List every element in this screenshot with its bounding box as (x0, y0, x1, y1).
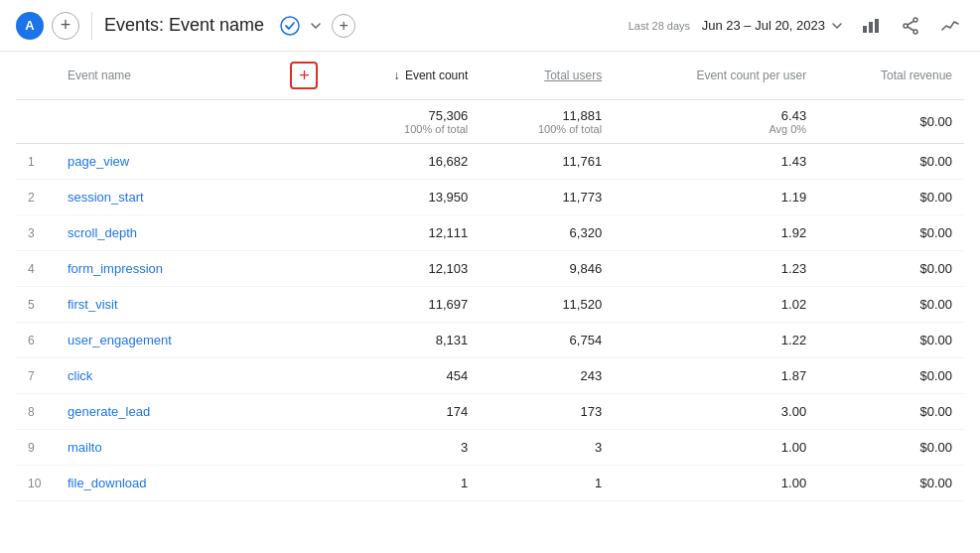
row-revenue: $0.00 (818, 215, 964, 251)
row-event-name[interactable]: file_download (56, 466, 251, 501)
event-name-link[interactable]: form_impression (68, 261, 163, 276)
table-row: 2session_start13,95011,7731.19$0.00 (16, 180, 964, 215)
event-name-header: Event name (56, 52, 251, 100)
table-row: 1page_view16,68211,7611.43$0.00 (16, 144, 964, 180)
event-name-link[interactable]: file_download (68, 476, 147, 490)
row-add-col (251, 466, 330, 501)
share-icon-button[interactable] (897, 12, 924, 40)
event-name-link[interactable]: session_start (68, 190, 144, 205)
row-event-name[interactable]: first_visit (56, 287, 251, 323)
row-epu: 1.23 (614, 251, 818, 287)
row-total-users: 9,846 (480, 251, 614, 287)
add-tab-button[interactable]: + (52, 12, 79, 40)
event-name-link[interactable]: mailto (68, 440, 102, 455)
title-dropdown-button[interactable] (304, 14, 328, 38)
row-total-users: 11,761 (480, 144, 614, 180)
row-event-name[interactable]: user_engagement (56, 323, 251, 358)
page-title: Events: Event name (104, 15, 264, 36)
row-rank: 10 (16, 466, 56, 501)
totals-total-users-cell: 11,881 100% of total (480, 100, 614, 144)
table-row: 3scroll_depth12,1116,3201.92$0.00 (16, 215, 964, 251)
row-event-count: 13,950 (330, 180, 480, 215)
row-event-name[interactable]: scroll_depth (56, 215, 251, 251)
event-name-link[interactable]: generate_lead (68, 404, 150, 419)
event-name-link[interactable]: click (68, 368, 92, 383)
row-event-count: 12,103 (330, 251, 480, 287)
row-epu: 1.19 (614, 180, 818, 215)
svg-rect-2 (869, 22, 873, 33)
row-event-count: 12,111 (330, 215, 480, 251)
topbar-actions: Last 28 days Jun 23 – Jul 20, 2023 (629, 12, 964, 40)
row-rank: 6 (16, 323, 56, 358)
totals-name-cell (56, 100, 251, 144)
date-range-label: Last 28 days (629, 20, 690, 32)
row-total-users: 6,320 (480, 215, 614, 251)
row-total-users: 11,773 (480, 180, 614, 215)
row-event-name[interactable]: mailto (56, 430, 251, 466)
table-row: 8generate_lead1741733.00$0.00 (16, 394, 964, 430)
totals-epu-cell: 6.43 Avg 0% (614, 100, 818, 144)
row-rank: 7 (16, 358, 56, 394)
sort-arrow-icon: ↓ (394, 69, 403, 82)
row-total-users: 3 (480, 430, 614, 466)
row-event-count: 1 (330, 466, 480, 501)
row-add-col (251, 287, 330, 323)
row-epu: 1.02 (614, 287, 818, 323)
row-event-count: 174 (330, 394, 480, 430)
row-event-count: 454 (330, 358, 480, 394)
row-revenue: $0.00 (818, 430, 964, 466)
row-event-count: 8,131 (330, 323, 480, 358)
row-epu: 1.87 (614, 358, 818, 394)
row-revenue: $0.00 (818, 358, 964, 394)
row-revenue: $0.00 (818, 466, 964, 501)
event-name-link[interactable]: scroll_depth (68, 225, 137, 240)
row-revenue: $0.00 (818, 394, 964, 430)
row-add-col (251, 251, 330, 287)
row-event-count: 11,697 (330, 287, 480, 323)
table-row: 6user_engagement8,1316,7541.22$0.00 (16, 323, 964, 358)
row-epu: 1.92 (614, 215, 818, 251)
svg-line-8 (908, 27, 913, 31)
row-add-col (251, 358, 330, 394)
totals-add-cell (251, 100, 330, 144)
row-event-count: 16,682 (330, 144, 480, 180)
row-add-col (251, 180, 330, 215)
events-table: Event name + ↓ Event count Total users E… (16, 52, 964, 501)
bar-chart-icon-button[interactable] (857, 12, 885, 40)
svg-point-4 (913, 18, 917, 22)
title-add-button[interactable]: + (332, 14, 355, 38)
add-column-button[interactable]: + (290, 62, 318, 89)
event-name-link[interactable]: first_visit (68, 297, 118, 312)
rank-header (16, 52, 56, 100)
checkmark-icon (280, 16, 300, 36)
row-event-name[interactable]: click (56, 358, 251, 394)
row-revenue: $0.00 (818, 144, 964, 180)
date-range-picker[interactable]: Last 28 days Jun 23 – Jul 20, 2023 (629, 18, 845, 34)
row-revenue: $0.00 (818, 323, 964, 358)
totals-rank-cell (16, 100, 56, 144)
row-rank: 1 (16, 144, 56, 180)
table-row: 10file_download111.00$0.00 (16, 466, 964, 501)
row-event-name[interactable]: generate_lead (56, 394, 251, 430)
row-total-users: 11,520 (480, 287, 614, 323)
row-event-name[interactable]: page_view (56, 144, 251, 180)
row-revenue: $0.00 (818, 180, 964, 215)
sparkline-icon-button[interactable] (936, 12, 964, 40)
row-epu: 3.00 (614, 394, 818, 430)
row-revenue: $0.00 (818, 287, 964, 323)
total-revenue-header: Total revenue (818, 52, 964, 100)
svg-point-0 (281, 17, 299, 35)
event-count-header[interactable]: ↓ Event count (330, 52, 480, 100)
row-event-name[interactable]: session_start (56, 180, 251, 215)
event-name-link[interactable]: page_view (68, 154, 129, 169)
total-users-header[interactable]: Total users (480, 52, 614, 100)
row-add-col (251, 323, 330, 358)
table-header-row: Event name + ↓ Event count Total users E… (16, 52, 964, 100)
row-event-count: 3 (330, 430, 480, 466)
table-row: 4form_impression12,1039,8461.23$0.00 (16, 251, 964, 287)
event-name-link[interactable]: user_engagement (68, 333, 172, 347)
row-event-name[interactable]: form_impression (56, 251, 251, 287)
row-total-users: 173 (480, 394, 614, 430)
row-rank: 9 (16, 430, 56, 466)
row-total-users: 1 (480, 466, 614, 501)
